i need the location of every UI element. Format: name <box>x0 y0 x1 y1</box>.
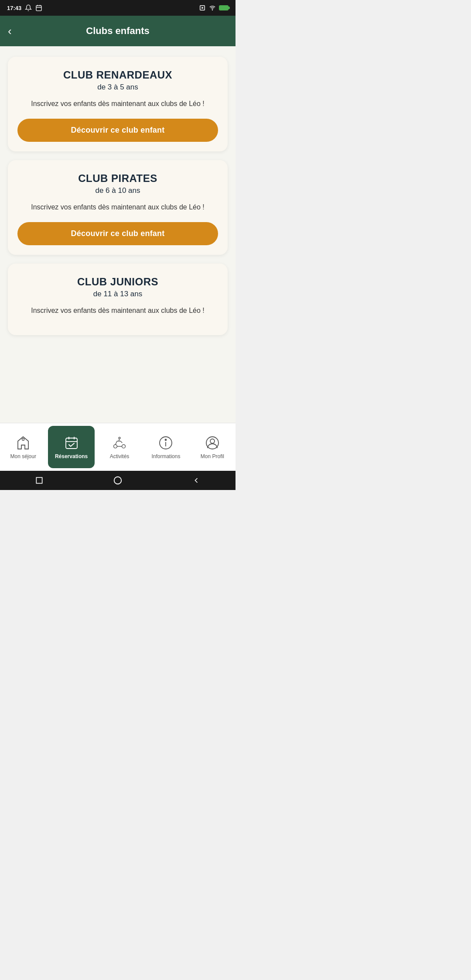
svg-point-20 <box>210 439 215 443</box>
status-right <box>199 5 229 11</box>
club-card-renardeaux: CLUB RENARDEAUX de 3 à 5 ans Inscrivez v… <box>8 57 228 151</box>
nav-label-mon-sejour: Mon séjour <box>10 453 36 459</box>
club-name-pirates: CLUB PIRATES <box>78 172 157 185</box>
svg-point-22 <box>114 477 122 484</box>
nav-circle-btn[interactable] <box>112 474 124 487</box>
svg-point-13 <box>114 445 117 448</box>
svg-point-7 <box>212 10 212 10</box>
club-desc-renardeaux: Inscrivez vos enfants dès maintenant aux… <box>31 99 205 109</box>
nav-item-mon-sejour[interactable]: Mon séjour <box>0 423 46 471</box>
nav-label-activites: Activités <box>110 453 130 459</box>
club-age-renardeaux: de 3 à 5 ans <box>97 83 138 92</box>
club-card-pirates: CLUB PIRATES de 6 à 10 ans Inscrivez vos… <box>8 160 228 255</box>
club-name-juniors: CLUB JUNIORS <box>77 276 158 288</box>
club-age-pirates: de 6 à 10 ans <box>95 186 140 195</box>
nav-square-btn[interactable] <box>33 474 45 487</box>
nav-back-btn[interactable] <box>190 474 202 487</box>
club-card-juniors: CLUB JUNIORS de 11 à 13 ans Inscrivez vo… <box>8 264 228 335</box>
nav-icon-reservations <box>63 435 80 451</box>
club-age-juniors: de 11 à 13 ans <box>93 290 142 298</box>
nav-icon-mon-profil <box>204 435 221 451</box>
nav-label-mon-profil: Mon Profil <box>201 453 224 459</box>
svg-point-8 <box>22 439 24 441</box>
status-bar: 17:43 <box>0 0 236 16</box>
svg-rect-9 <box>66 438 77 449</box>
wifi-icon <box>208 5 216 11</box>
club-desc-pirates: Inscrivez vos enfants dès maintenant aux… <box>31 202 205 212</box>
svg-point-14 <box>122 445 126 448</box>
app-header: ‹ Clubs enfants <box>0 16 236 46</box>
battery-icon <box>219 5 229 10</box>
bottom-nav: Mon séjour Réservations Activités <box>0 423 236 471</box>
svg-rect-0 <box>36 6 41 11</box>
club-desc-juniors: Inscrivez vos enfants dès maintenant aux… <box>31 305 205 316</box>
calendar-icon <box>35 4 42 11</box>
nav-item-reservations[interactable]: Réservations <box>48 426 94 468</box>
nav-icon-mon-sejour <box>15 435 31 451</box>
svg-point-18 <box>165 439 167 441</box>
nav-icon-informations <box>157 435 174 451</box>
nav-item-informations[interactable]: Informations <box>143 423 189 471</box>
nav-label-informations: Informations <box>151 453 180 459</box>
bell-icon <box>25 4 32 11</box>
svg-point-15 <box>119 437 120 439</box>
page-title: Clubs enfants <box>86 25 149 37</box>
status-time: 17:43 <box>7 5 21 11</box>
nav-label-reservations: Réservations <box>55 453 88 459</box>
nav-icon-activites <box>111 435 128 451</box>
status-left: 17:43 <box>7 4 42 11</box>
club-name-renardeaux: CLUB RENARDEAUX <box>63 69 172 81</box>
signal-x-icon <box>199 5 206 11</box>
nav-item-mon-profil[interactable]: Mon Profil <box>189 423 236 471</box>
system-nav-bar <box>0 471 236 490</box>
svg-rect-21 <box>36 477 42 483</box>
content-area: CLUB RENARDEAUX de 3 à 5 ans Inscrivez v… <box>0 46 236 423</box>
club-btn-renardeaux[interactable]: Découvrir ce club enfant <box>17 119 218 142</box>
back-button[interactable]: ‹ <box>8 25 12 37</box>
nav-item-activites[interactable]: Activités <box>96 423 143 471</box>
club-btn-pirates[interactable]: Découvrir ce club enfant <box>17 222 218 245</box>
